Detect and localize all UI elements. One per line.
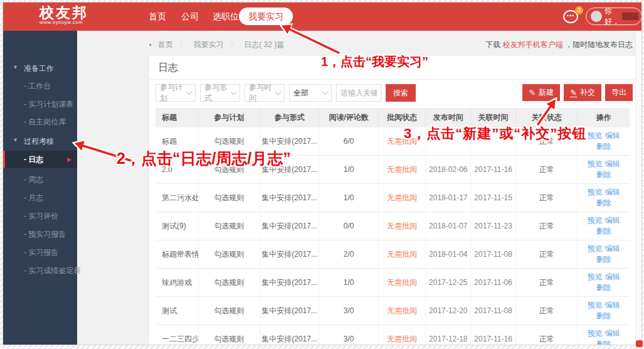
nav-item-company[interactable]: 公司 [181,11,199,23]
nav-item-jobs[interactable]: 选职位 [213,11,239,23]
filter-all-select[interactable]: 全部 [289,84,332,102]
log-status-cell: 正常 [516,297,578,325]
log-operations-cell: 预览编辑 删除 [578,325,630,346]
preview-link[interactable]: 预览 [588,301,603,309]
filter-form-select[interactable]: 参与形式 [200,84,240,102]
delete-link[interactable]: 删除 [596,283,611,292]
preview-link[interactable]: 预览 [588,244,603,253]
log-status-cell: 正常 [516,127,578,156]
sidebar-group-label: 过程考核 [24,136,54,147]
logo[interactable]: 校友邦 www.xybsyw.com [40,4,88,25]
log-operations-cell: 预览编辑 删除 [578,297,630,325]
preview-link[interactable]: 预览 [588,131,603,140]
breadcrumb-home[interactable]: 首页 [158,40,173,49]
sidebar-item-weekly-log[interactable]: - 周志 [3,173,77,186]
log-reads-cell: 2/0 [319,240,379,269]
message-badge: 3 [575,6,583,14]
log-status-cell: 正常 [516,184,578,212]
delete-link[interactable]: 删除 [596,340,611,345]
nav-item-home[interactable]: 首页 [149,11,166,23]
sidebar-item-plan-schedule[interactable]: - 实习计划课表 [3,97,77,111]
edit-link[interactable]: 编辑 [605,301,620,309]
log-published-cell: 2018-01-04 [426,240,471,269]
column-header-linked: 关联时间 [471,108,516,127]
pencil-underline-icon: ✎ [570,89,577,97]
log-plan-cell: 勾选规则 [198,127,260,156]
preview-link[interactable]: 预览 [588,329,603,338]
sidebar-item-workbench[interactable]: - 工作台 [3,79,77,93]
log-title-cell: 一二三四少时... [156,325,198,346]
column-header-reads: 阅读/评论数 [319,108,379,127]
sidebar-group-label: 准备工作 [24,63,54,74]
edit-link[interactable]: 编辑 [605,244,620,253]
delete-link[interactable]: 删除 [596,255,611,264]
log-reads-cell: 1/0 [319,184,379,212]
edit-link[interactable]: 编辑 [605,159,620,168]
edit-link[interactable]: 编辑 [605,131,620,140]
log-review-cell: 无需批阅 [378,127,426,156]
log-review-cell: 无需批阅 [378,269,426,297]
button-label: 新建 [539,87,554,98]
redacted-username [622,13,638,20]
search-button[interactable]: 搜索 [386,84,416,102]
mobile-client-link[interactable]: 校友邦手机客户端 [503,40,563,49]
avatar [591,11,602,22]
edit-link[interactable]: 编辑 [605,272,620,281]
table-row: 2.0 勾选规则 集中安排(2017... 1/0 无需批阅 2018-02-0… [156,156,630,184]
sidebar-item-internship-evaluation[interactable]: - 实习评价 [3,209,77,223]
log-published-cell [426,127,471,156]
edit-link[interactable]: 编辑 [605,329,620,338]
filter-plan-select[interactable]: 参与计划 [156,84,196,102]
makeup-submit-button[interactable]: ✎ 补交 [564,84,601,101]
preview-link[interactable]: 预览 [588,188,603,196]
message-bubble-icon[interactable]: ••• 3 [563,10,578,23]
log-linked-cell: 2017-11-08 [471,240,516,269]
scrollbar[interactable] [635,31,641,345]
log-operations-cell: 预览编辑 删除 [578,240,630,269]
select-value: 参与时间 [249,82,276,104]
sidebar-item-grade-appraisal-form[interactable]: - 实习成绩鉴定表 [3,264,77,277]
filter-time-select[interactable]: 参与时间 [245,84,285,102]
log-operations-cell: 预览编辑 删除 [578,212,630,240]
delete-link[interactable]: 删除 [596,227,611,235]
table-row: 一二三四少时... 勾选规则 集中安排(2017... 3/0 无需批阅 201… [156,325,630,346]
delete-link[interactable]: 删除 [596,170,611,179]
log-reads-cell: 0/0 [319,212,379,240]
log-review-cell: 无需批阅 [378,297,426,325]
user-greeting: 你好， [604,6,620,27]
sidebar-item-daily-log[interactable]: - 日志 ▶ [3,151,77,168]
log-published-cell: 2018-01-17 [426,184,471,212]
keyword-input[interactable] [336,84,381,102]
preview-link[interactable]: 预览 [588,159,603,168]
log-form-cell: 集中安排(2017... [260,240,319,269]
breadcrumb-internship[interactable]: 我要实习 [194,40,224,49]
user-menu[interactable]: 你好， ▼ [586,8,642,25]
preview-link[interactable]: 预览 [588,272,603,281]
sidebar-item-pre-internship-report[interactable]: - 预实习报告 [3,227,77,241]
export-button[interactable]: 导出 [605,84,633,101]
nav-item-internship[interactable]: 我要实习 [239,8,293,25]
preview-link[interactable]: 预览 [588,216,603,225]
log-linked-cell: 2017-11-08 [471,297,516,325]
edit-link[interactable]: 编辑 [605,216,620,225]
log-linked-cell: 2017-11-16 [471,325,516,346]
log-reads-cell: 6/0 [319,127,379,156]
new-log-button[interactable]: ✎ 新建 [522,84,560,101]
logo-subtitle: www.xybsyw.com [40,19,88,25]
page-title: 日志 [149,56,636,80]
sidebar-group-process-assessment[interactable]: ▼ 过程考核 [3,135,77,148]
delete-link[interactable]: 删除 [596,311,611,320]
log-operations-cell: 预览编辑 删除 [578,156,630,184]
log-form-cell: 集中安排(2017... [260,127,319,156]
sidebar-group-preparation[interactable]: ▼ 准备工作 [3,62,77,75]
delete-link[interactable]: 删除 [596,142,611,151]
log-linked-cell [471,127,516,156]
column-header-status: 关联状态 [516,108,578,127]
sidebar-item-internship-report[interactable]: - 实习报告 [3,245,77,259]
sidebar-item-self-post-library[interactable]: - 自主岗位库 [3,115,77,129]
delete-link[interactable]: 删除 [596,198,611,207]
sidebar-item-monthly-log[interactable]: - 月志 [3,191,77,205]
edit-link[interactable]: 编辑 [605,188,620,196]
log-plan-cell: 勾选规则 [198,325,260,346]
table-row: 标题 勾选规则 集中安排(2017... 6/0 无需批阅 正常 预览编辑 删除 [156,127,630,156]
